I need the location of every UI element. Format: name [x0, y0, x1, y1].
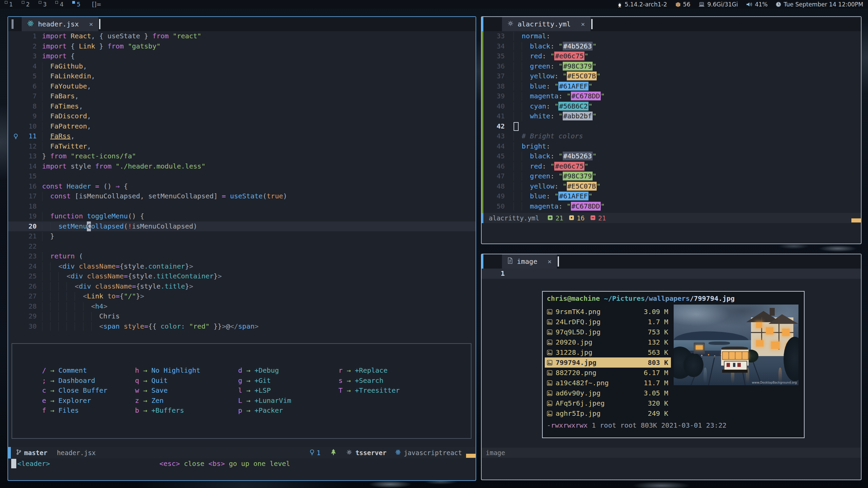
- whichkey-binding-L[interactable]: L → +LunarVim: [237, 396, 291, 406]
- file-row[interactable]: a19c482f~.png11.7 M: [545, 378, 671, 388]
- code-text: <h4>: [37, 301, 476, 312]
- workspace-1[interactable]: 1: [5, 1, 13, 8]
- close-icon[interactable]: ×: [547, 257, 552, 266]
- whichkey-binding-b[interactable]: b → +Buffers: [134, 406, 200, 416]
- tab-alacritty[interactable]: alacritty.yml ×: [502, 17, 591, 31]
- code-text: magenta: "#C678DD": [505, 91, 861, 101]
- code-area[interactable]: 1import React, { useState } from "react"…: [8, 31, 476, 331]
- whichkey-column: d → +Debugg → +Gitl → +LSPL → +LunarVimp…: [237, 366, 291, 416]
- code-line: 34 black: "#4b5263": [482, 41, 861, 52]
- line-number: 40: [488, 101, 505, 112]
- whichkey-column: / → Comment; → Dashboardc → Close Buffer…: [41, 366, 108, 416]
- code-text: normal:: [505, 31, 861, 41]
- close-icon[interactable]: ×: [581, 20, 585, 28]
- code-line: 23 return (: [8, 251, 476, 261]
- sign-column: [8, 31, 23, 41]
- code-line: 11 FaRss,: [8, 131, 476, 141]
- code-line: 6 FaYoutube,: [8, 81, 476, 92]
- code-line: 5 FaLinkedin,: [8, 71, 476, 81]
- git-removed-icon: [590, 214, 596, 222]
- code-text: # Bright colors: [505, 131, 861, 141]
- line-number: 27: [23, 291, 37, 301]
- layout-indicator[interactable]: []=: [92, 1, 101, 8]
- code-text: const [isMenuCollapsed, setMenuCollapsed…: [37, 191, 476, 201]
- react-icon: [395, 449, 401, 456]
- color-swatch: #abb2bf: [563, 112, 593, 120]
- line-number: 29: [23, 311, 37, 321]
- workspace-5[interactable]: 5: [72, 1, 80, 8]
- file-row[interactable]: AFq5r6j.jpeg320 K: [545, 398, 671, 408]
- sign-column: [8, 111, 23, 121]
- whichkey-binding-f[interactable]: f → Files: [41, 406, 108, 416]
- status-modules: 5.14.2-arch1-2 56 9.6Gi/31Gi 41% Tue Sep…: [613, 1, 868, 8]
- code-line: 25 <div className={style.titleContainer}…: [8, 271, 476, 281]
- file-row[interactable]: ad6v90y.jpg3.05 M: [545, 388, 671, 398]
- file-size: 1.7 M: [648, 318, 668, 326]
- sign-column: [8, 241, 23, 252]
- path-dir: /wallpapers: [645, 294, 690, 302]
- whichkey-binding-c[interactable]: c → Close Buffer: [41, 386, 108, 396]
- code-text: } from "react-icons/fa": [37, 151, 476, 161]
- memory-usage: 9.6Gi/31Gi: [707, 1, 738, 8]
- workspace-2[interactable]: 2: [22, 1, 30, 8]
- command-line[interactable]: <leader> <esc> close <bs> go up one leve…: [8, 458, 476, 469]
- whichkey-binding-g[interactable]: g → +Git: [237, 376, 291, 386]
- whichkey-binding-r[interactable]: r → +Replace: [338, 366, 400, 376]
- statusline-filename: alacritty.yml: [489, 214, 539, 222]
- workspace-4[interactable]: 4: [55, 1, 63, 8]
- file-row[interactable]: 31228.jpg563 K: [545, 347, 671, 357]
- file-row[interactable]: 97q9L5D.jpg753 K: [545, 327, 671, 337]
- file-name: aghr5Ip.jpg: [556, 409, 648, 417]
- whichkey-binding-s[interactable]: s → +Search: [338, 376, 400, 386]
- package-icon: [675, 2, 681, 7]
- preview-reflection: [703, 368, 707, 384]
- file-row[interactable]: 20920.jpg132 K: [545, 337, 671, 347]
- tab-image[interactable]: image ×: [502, 254, 557, 269]
- whichkey-binding-d[interactable]: d → +Debug: [237, 366, 291, 376]
- terminal-path: chris@machine ~/Pictures/wallpapers/7997…: [547, 294, 735, 302]
- sign-column: [8, 311, 23, 321]
- file-row[interactable]: 9rsmTK4.png3.09 M: [545, 307, 671, 317]
- whichkey-binding-h[interactable]: h → No Highlight: [134, 366, 200, 376]
- whichkey-popup: / → Comment; → Dashboardc → Close Buffer…: [12, 343, 471, 439]
- workspace-list: 12345: [0, 1, 80, 8]
- git-added-count: 21: [556, 214, 563, 222]
- file-size: 753 K: [648, 328, 668, 336]
- mode-indicator: [482, 213, 483, 223]
- git-modified-icon: [569, 214, 574, 222]
- whichkey-binding-T[interactable]: T → +Treesitter: [338, 386, 400, 396]
- close-hint: [180, 460, 184, 468]
- path-home: ~/Pictures: [600, 294, 645, 302]
- file-row[interactable]: 24LrDFQ.jpg1.7 M: [545, 317, 671, 327]
- preview-lit-window: [756, 322, 762, 328]
- file-size: 6.17 M: [644, 369, 668, 377]
- whichkey-binding-q[interactable]: q → Quit: [134, 376, 200, 386]
- whichkey-binding-/[interactable]: / → Comment: [41, 366, 108, 376]
- line-number: 1: [488, 269, 505, 279]
- whichkey-binding-e[interactable]: e → Explorer: [41, 396, 108, 406]
- color-swatch: #C678DD: [571, 202, 601, 211]
- statusline-filename: header.jsx: [57, 449, 96, 456]
- code-area[interactable]: 33 normal:34 black: "#4b5263"35 red: "#e…: [482, 31, 861, 211]
- whichkey-binding-l[interactable]: l → +LSP: [237, 386, 291, 396]
- file-row[interactable]: 799794.jpg803 K: [545, 357, 671, 368]
- whichkey-binding-w[interactable]: w → Save: [134, 386, 200, 396]
- whichkey-binding-z[interactable]: z → Zen: [134, 396, 200, 406]
- code-area[interactable]: 1: [482, 269, 861, 279]
- preview-chimney: [770, 308, 775, 316]
- whichkey-binding-p[interactable]: p → +Packer: [237, 406, 291, 416]
- file-permissions: -rwxrwxrwx: [547, 421, 587, 429]
- close-icon[interactable]: ×: [89, 20, 93, 28]
- code-line: 15: [8, 171, 476, 181]
- file-row[interactable]: aghr5Ip.jpg249 K: [545, 408, 671, 418]
- mode-indicator: [8, 447, 11, 458]
- whichkey-column: r → +Replaces → +SearchT → +Treesitter: [338, 366, 400, 396]
- file-row[interactable]: 882720.png6.17 M: [545, 368, 671, 378]
- file-name: 9rsmTK4.png: [556, 308, 644, 316]
- preview-lit-window: [756, 340, 764, 347]
- whichkey-binding-;[interactable]: ; → Dashboard: [41, 376, 108, 386]
- tab-headerjsx[interactable]: header.jsx ×: [22, 17, 98, 31]
- line-number: 35: [488, 51, 505, 61]
- workspace-3[interactable]: 3: [39, 1, 47, 8]
- code-text: [37, 241, 476, 252]
